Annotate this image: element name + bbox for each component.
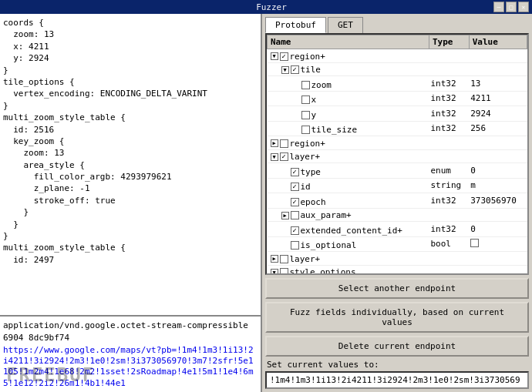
- fuzz-fields-button[interactable]: Fuzz fields individually, based on curre…: [265, 302, 529, 333]
- table-row[interactable]: ✓typeenum0: [268, 163, 527, 179]
- tree-node-name: y: [311, 110, 317, 120]
- tree-node-value[interactable]: 0: [469, 163, 527, 179]
- delete-endpoint-button[interactable]: Delete current endpoint: [265, 336, 529, 357]
- tree-node-value[interactable]: [469, 265, 527, 275]
- tree-expand-icon[interactable]: ▼: [271, 153, 278, 161]
- table-row[interactable]: ▶layer+: [268, 252, 527, 266]
- tree-checkbox[interactable]: [291, 241, 299, 250]
- tree-node-type: [429, 208, 469, 222]
- tree-node-type: [429, 149, 469, 163]
- tree-checkbox[interactable]: [291, 211, 299, 219]
- tree-expand-icon[interactable]: ▼: [271, 269, 278, 276]
- tree-expand-icon[interactable]: ▶: [281, 212, 289, 219]
- tree-checkbox[interactable]: ✓: [291, 226, 299, 235]
- set-values-row: Set current values to:: [265, 360, 529, 389]
- tree-node-name: zoom: [311, 80, 332, 90]
- tree-node-value[interactable]: [469, 236, 527, 252]
- tree-checkbox[interactable]: ✓: [280, 152, 288, 161]
- set-values-input[interactable]: [265, 371, 529, 389]
- table-row[interactable]: ✓epochint32373056970: [268, 193, 527, 209]
- tree-checkbox[interactable]: [301, 111, 310, 119]
- tree-checkbox[interactable]: [280, 268, 288, 275]
- table-row[interactable]: ▶aux_param+: [268, 208, 527, 222]
- tree-node-type: int32: [429, 121, 469, 136]
- tree-node-value[interactable]: [469, 252, 527, 266]
- tab-bar: Protobuf GET: [262, 14, 532, 33]
- tree-node-name: tile: [301, 65, 322, 75]
- titlebar: Fuzzer ─ □ ✕: [0, 0, 532, 14]
- table-row[interactable]: ▼✓region+: [268, 49, 527, 63]
- tree-node-type: int32: [429, 91, 469, 106]
- table-row[interactable]: ✓extended_content_id+int320: [268, 222, 527, 237]
- tab-get[interactable]: GET: [328, 17, 363, 33]
- tree-checkbox[interactable]: ✓: [291, 65, 299, 74]
- tree-node-type: string: [429, 178, 469, 193]
- tree-node-type: [429, 252, 469, 266]
- table-row[interactable]: xint324211: [268, 91, 527, 106]
- tree-node-value[interactable]: [469, 208, 527, 222]
- tree-node-name: extended_content_id+: [301, 226, 402, 236]
- maximize-button[interactable]: □: [506, 2, 517, 12]
- table-row[interactable]: yint322924: [268, 106, 527, 122]
- tree-node-name: style_options: [290, 267, 356, 275]
- tree-node-value[interactable]: 0: [469, 222, 527, 237]
- table-row[interactable]: ▼✓layer+: [268, 149, 527, 163]
- table-row[interactable]: ✓idstringm: [268, 178, 527, 193]
- main-content: coords { zoom: 13 x: 4211 y: 2924 } tile…: [0, 14, 532, 392]
- tree-checkbox[interactable]: ✓: [280, 52, 288, 61]
- tree-node-name: aux_param+: [301, 210, 352, 220]
- tree-node-type: [429, 136, 469, 150]
- tree-node-value[interactable]: 4211: [469, 91, 527, 106]
- tree-checkbox[interactable]: ✓: [291, 198, 299, 206]
- tree-node-name: epoch: [301, 197, 326, 207]
- tab-protobuf[interactable]: Protobuf: [265, 17, 326, 33]
- tree-node-value[interactable]: 13: [469, 76, 527, 92]
- select-endpoint-button[interactable]: Select another endpoint: [265, 278, 529, 299]
- right-panel: Protobuf GET Name Type Value ▼✓region+▼✓…: [262, 14, 532, 392]
- tree-node-name: layer+: [290, 152, 321, 162]
- tree-node-name: tile_size: [311, 125, 358, 135]
- tree-checkbox[interactable]: [301, 95, 310, 104]
- left-code-text[interactable]: coords { zoom: 13 x: 4211 y: 2924 } tile…: [0, 14, 261, 315]
- tree-checkbox[interactable]: [280, 139, 288, 148]
- table-row[interactable]: ▼style_options: [268, 265, 527, 275]
- tree-node-value[interactable]: m: [469, 178, 527, 193]
- tree-expand-icon[interactable]: ▼: [271, 52, 278, 60]
- tree-node-type: int32: [429, 222, 469, 237]
- tree-table: Name Type Value ▼✓region+▼✓tilezoomint32…: [267, 35, 527, 275]
- minimize-button[interactable]: ─: [493, 2, 504, 12]
- col-type: Type: [429, 35, 469, 49]
- tree-node-name: x: [311, 95, 317, 105]
- tree-node-name: id: [301, 182, 311, 192]
- table-row[interactable]: zoomint3213: [268, 76, 527, 92]
- tree-checkbox[interactable]: [280, 255, 288, 263]
- url-line[interactable]: https://www.google.com/maps/vt?pb=!1m4!1…: [3, 345, 258, 389]
- tree-node-value[interactable]: [469, 136, 527, 150]
- left-panel-inner: coords { zoom: 13 x: 4211 y: 2924 } tile…: [0, 14, 261, 315]
- table-row[interactable]: is_optionalbool: [268, 236, 527, 252]
- left-panel: coords { zoom: 13 x: 4211 y: 2924 } tile…: [0, 14, 262, 392]
- tree-node-name: region+: [290, 139, 325, 149]
- tree-node-value[interactable]: [469, 49, 527, 63]
- tree-node-type: bool: [429, 236, 469, 252]
- tree-node-value[interactable]: 256: [469, 121, 527, 136]
- tree-node-value[interactable]: 373056970: [469, 193, 527, 209]
- tree-checkbox[interactable]: ✓: [291, 168, 299, 176]
- tree-node-value[interactable]: [469, 62, 527, 76]
- tree-expand-icon[interactable]: ▶: [271, 139, 278, 147]
- table-row[interactable]: ▼✓tile: [268, 62, 527, 76]
- right-buttons: Select another endpoint Fuzz fields indi…: [262, 275, 532, 392]
- table-row[interactable]: tile_sizeint32256: [268, 121, 527, 136]
- tree-expand-icon[interactable]: ▼: [281, 66, 289, 74]
- tree-expand-icon[interactable]: ▶: [271, 255, 278, 263]
- close-button[interactable]: ✕: [518, 2, 529, 12]
- tree-container[interactable]: Name Type Value ▼✓region+▼✓tilezoomint32…: [265, 33, 529, 275]
- table-row[interactable]: ▶region+: [268, 136, 527, 150]
- col-value: Value: [469, 35, 527, 49]
- tree-node-name: type: [301, 167, 322, 177]
- tree-checkbox[interactable]: [301, 126, 310, 134]
- tree-checkbox[interactable]: ✓: [291, 183, 299, 191]
- tree-node-value[interactable]: [469, 149, 527, 163]
- tree-node-value[interactable]: 2924: [469, 106, 527, 122]
- tree-checkbox[interactable]: [301, 81, 310, 89]
